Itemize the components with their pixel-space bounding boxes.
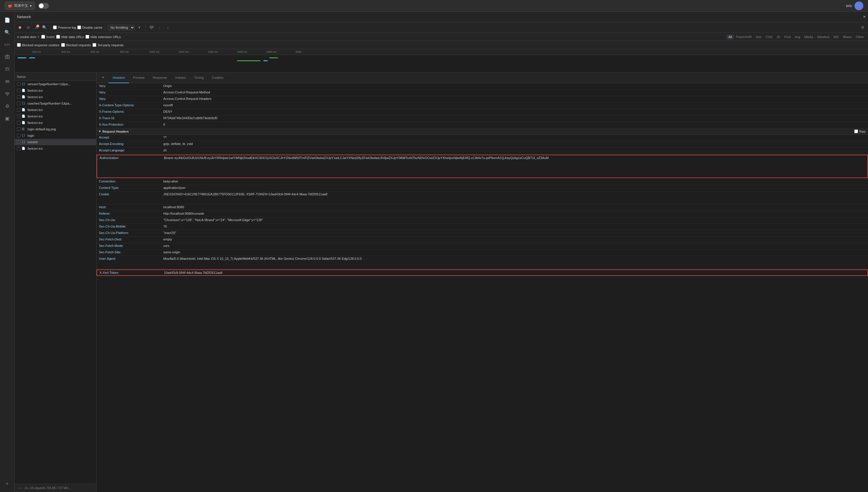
disable-cache-input[interactable] [77, 25, 81, 29]
file-item-8[interactable]: {} login [15, 132, 96, 139]
tab-close-btn[interactable]: ✕ [98, 73, 109, 83]
upload-button[interactable]: ↑ [156, 24, 163, 31]
record-button[interactable]: ⏺ [17, 24, 23, 31]
tab-initiator[interactable]: Initiator [171, 73, 190, 83]
blocked-response-input[interactable] [17, 43, 21, 47]
file-checkbox-3[interactable] [17, 102, 21, 105]
tab-timing[interactable]: Timing [190, 73, 208, 83]
hide-ext-urls-input[interactable] [85, 35, 89, 39]
clear-button[interactable]: ⊘ [25, 24, 32, 31]
close-icon[interactable]: ✕ [102, 76, 104, 79]
header-value-cookie: JSESSIONID=416C296774801EA1B6775FD50112F… [163, 192, 866, 196]
file-checkbox-2[interactable] [17, 95, 21, 99]
download-button[interactable]: ↓ [164, 24, 172, 31]
sidebar-icon-source[interactable]: </> [1, 39, 13, 50]
type-btn-wasm[interactable]: Wasm [841, 34, 854, 39]
blocked-requests-input[interactable] [61, 43, 65, 47]
file-checkbox-10[interactable] [17, 147, 21, 150]
devtools-settings-button[interactable]: ⚙ [859, 24, 866, 31]
sidebar-icon-search[interactable]: 🔍 [1, 26, 13, 38]
preserve-log-checkbox[interactable]: Preserve log [53, 25, 76, 29]
file-checkbox-6[interactable] [17, 121, 21, 124]
header-value-sec-ch-ua-platform: "macOS" [163, 231, 866, 235]
sidebar-icon-extensions[interactable] [1, 76, 13, 87]
tab-preview[interactable]: Preview [129, 73, 149, 83]
sidebar-icon-layers[interactable]: ▣ [1, 113, 13, 124]
raw-input[interactable] [854, 129, 858, 133]
file-item-2[interactable]: 📄 favicon.ico [15, 94, 96, 100]
sidebar-icon-wifi[interactable] [1, 88, 13, 100]
file-item-1[interactable]: 📄 favicon.ico [15, 87, 96, 94]
file-checkbox-8[interactable] [17, 134, 21, 137]
tab-response[interactable]: Response [149, 73, 172, 83]
timeline-bar-1 [18, 57, 26, 58]
hide-data-urls-checkbox[interactable]: Hide data URLs [56, 35, 84, 39]
file-item-5[interactable]: 📄 favicon.ico [15, 113, 96, 120]
theme-toggle[interactable] [38, 3, 49, 9]
throttle-dropdown[interactable]: ▾ [136, 24, 143, 31]
file-item-9[interactable]: {} current [15, 139, 96, 145]
file-item-0[interactable]: {} venues?pageNumber=1&pa... [15, 81, 96, 87]
invert-input[interactable] [41, 35, 45, 39]
type-btn-font[interactable]: Font [783, 34, 792, 39]
invert-checkbox[interactable]: Invert [41, 35, 54, 39]
header-name-referer: Referer: [99, 212, 163, 215]
sidebar-icon-add[interactable]: + [1, 478, 13, 490]
filter-tag-close[interactable]: ✕ [37, 35, 40, 39]
devtools-close[interactable]: ✕ [863, 15, 866, 19]
file-item-4[interactable]: 📄 favicon.ico [15, 106, 96, 113]
file-item-6[interactable]: 📄 favicon.ico [15, 120, 96, 126]
header-name-vary-2: Vary: [99, 91, 163, 94]
search-button[interactable]: 🔍 [41, 24, 48, 31]
file-item-7[interactable]: 🖼 login-default-bg.png [15, 126, 96, 132]
file-checkbox-0[interactable] [17, 82, 21, 86]
type-btn-css[interactable]: CSS [764, 34, 774, 39]
file-icon-fetch-8: {} [22, 134, 26, 137]
file-icon-10: 📄 [22, 147, 26, 150]
sidebar-icon-settings[interactable]: ⚙ [1, 100, 13, 112]
header-value-xtrace: f4734dd749c34493a7cdbfd73eeb9cf0 [163, 116, 866, 120]
type-btn-media[interactable]: Media [803, 34, 815, 39]
footer-dots[interactable]: ⋯ [17, 485, 23, 491]
file-checkbox-9[interactable] [17, 140, 21, 144]
file-item-10[interactable]: 📄 favicon.ico [15, 145, 96, 152]
type-btn-ws[interactable]: WS [832, 34, 841, 39]
file-item-3[interactable]: {} coaches?pageNumber=1&pa... [15, 100, 96, 106]
file-checkbox-4[interactable] [17, 108, 21, 112]
type-btn-doc[interactable]: Doc [754, 34, 764, 39]
type-btn-fetch[interactable]: Fetch/XHR [734, 34, 754, 39]
sidebar-icon-screenshot[interactable] [1, 51, 13, 63]
third-party-input[interactable] [93, 43, 96, 47]
header-name-xfo: X-Frame-Options: [99, 110, 163, 113]
file-checkbox-7[interactable] [17, 127, 21, 131]
tab-headers[interactable]: Headers [109, 73, 129, 83]
file-checkbox-5[interactable] [17, 115, 21, 118]
tab-cookies[interactable]: Cookies [208, 73, 228, 83]
lang-switcher[interactable]: 🍎 简体中文 ▾ [5, 2, 35, 10]
third-party-checkbox[interactable]: 3rd-party requests [93, 43, 124, 47]
header-value-xcto: nosniff [163, 103, 866, 107]
hide-data-urls-input[interactable] [56, 35, 60, 39]
type-btn-img[interactable]: Img [793, 34, 802, 39]
wifi-button[interactable] [148, 24, 155, 31]
filter-badge-button[interactable]: ⚠ 3 [33, 24, 40, 31]
sidebar-icon-debug[interactable] [1, 63, 13, 75]
blocked-response-checkbox[interactable]: Blocked response cookies [17, 43, 59, 47]
raw-label: Raw [859, 130, 866, 133]
raw-checkbox[interactable]: Raw [854, 129, 866, 133]
file-name-4: favicon.ico [27, 108, 43, 112]
request-headers-section[interactable]: ▾ Request Headers Raw [97, 128, 868, 135]
svg-rect-0 [5, 55, 9, 58]
type-btn-other[interactable]: Other [854, 34, 866, 39]
disable-cache-checkbox[interactable]: Disable cache [77, 25, 102, 29]
timeline-mark-2000: 2000 [295, 50, 301, 53]
throttle-select[interactable]: No throttling [107, 25, 135, 30]
file-checkbox-1[interactable] [17, 89, 21, 92]
sidebar-icon-files[interactable]: 📄 [1, 14, 13, 26]
preserve-log-input[interactable] [53, 25, 57, 29]
hide-ext-urls-checkbox[interactable]: Hide extension URLs [85, 35, 121, 39]
type-btn-manifest[interactable]: Manifest [815, 34, 831, 39]
blocked-requests-checkbox[interactable]: Blocked requests [61, 43, 91, 47]
type-btn-js[interactable]: JS [774, 34, 782, 39]
type-btn-all[interactable]: All [727, 34, 734, 39]
